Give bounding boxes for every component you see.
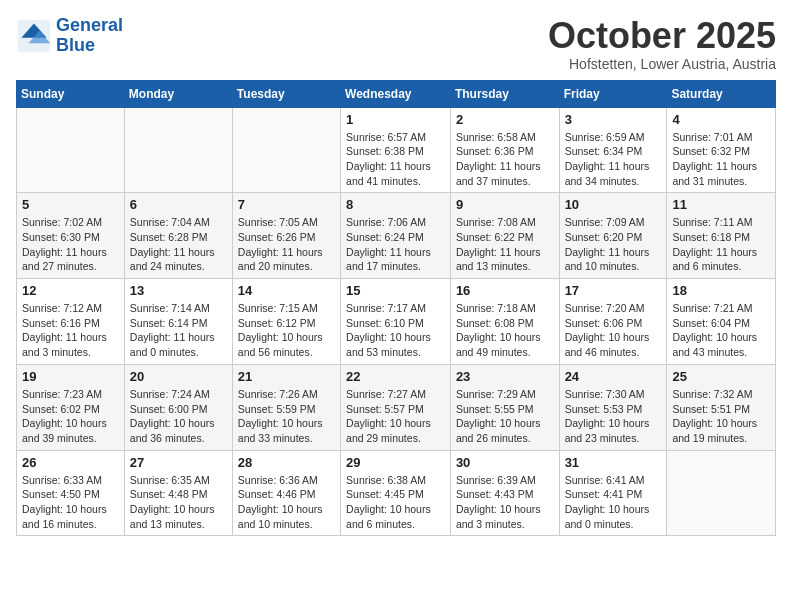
day-number: 30 [456,455,554,470]
day-number: 9 [456,197,554,212]
day-info: Sunrise: 6:39 AM Sunset: 4:43 PM Dayligh… [456,473,554,532]
calendar-cell: 21Sunrise: 7:26 AM Sunset: 5:59 PM Dayli… [232,364,340,450]
day-info: Sunrise: 7:02 AM Sunset: 6:30 PM Dayligh… [22,215,119,274]
calendar-cell: 19Sunrise: 7:23 AM Sunset: 6:02 PM Dayli… [17,364,125,450]
calendar-cell: 29Sunrise: 6:38 AM Sunset: 4:45 PM Dayli… [341,450,451,536]
calendar-cell: 1Sunrise: 6:57 AM Sunset: 6:38 PM Daylig… [341,107,451,193]
day-number: 23 [456,369,554,384]
day-number: 4 [672,112,770,127]
day-info: Sunrise: 7:18 AM Sunset: 6:08 PM Dayligh… [456,301,554,360]
day-info: Sunrise: 7:32 AM Sunset: 5:51 PM Dayligh… [672,387,770,446]
day-info: Sunrise: 7:01 AM Sunset: 6:32 PM Dayligh… [672,130,770,189]
calendar-cell: 27Sunrise: 6:35 AM Sunset: 4:48 PM Dayli… [124,450,232,536]
calendar-cell: 11Sunrise: 7:11 AM Sunset: 6:18 PM Dayli… [667,193,776,279]
calendar-cell: 8Sunrise: 7:06 AM Sunset: 6:24 PM Daylig… [341,193,451,279]
day-number: 5 [22,197,119,212]
day-info: Sunrise: 6:59 AM Sunset: 6:34 PM Dayligh… [565,130,662,189]
calendar-cell: 26Sunrise: 6:33 AM Sunset: 4:50 PM Dayli… [17,450,125,536]
weekday-header-row: SundayMondayTuesdayWednesdayThursdayFrid… [17,80,776,107]
day-number: 12 [22,283,119,298]
day-info: Sunrise: 7:30 AM Sunset: 5:53 PM Dayligh… [565,387,662,446]
calendar-cell: 7Sunrise: 7:05 AM Sunset: 6:26 PM Daylig… [232,193,340,279]
calendar-cell: 10Sunrise: 7:09 AM Sunset: 6:20 PM Dayli… [559,193,667,279]
weekday-header-monday: Monday [124,80,232,107]
day-number: 15 [346,283,445,298]
day-number: 22 [346,369,445,384]
day-info: Sunrise: 7:15 AM Sunset: 6:12 PM Dayligh… [238,301,335,360]
day-info: Sunrise: 7:24 AM Sunset: 6:00 PM Dayligh… [130,387,227,446]
calendar-cell: 23Sunrise: 7:29 AM Sunset: 5:55 PM Dayli… [450,364,559,450]
day-info: Sunrise: 6:41 AM Sunset: 4:41 PM Dayligh… [565,473,662,532]
day-number: 21 [238,369,335,384]
calendar-cell: 12Sunrise: 7:12 AM Sunset: 6:16 PM Dayli… [17,279,125,365]
day-info: Sunrise: 6:33 AM Sunset: 4:50 PM Dayligh… [22,473,119,532]
calendar-week-row: 1Sunrise: 6:57 AM Sunset: 6:38 PM Daylig… [17,107,776,193]
day-info: Sunrise: 7:17 AM Sunset: 6:10 PM Dayligh… [346,301,445,360]
calendar-week-row: 26Sunrise: 6:33 AM Sunset: 4:50 PM Dayli… [17,450,776,536]
calendar-cell: 20Sunrise: 7:24 AM Sunset: 6:00 PM Dayli… [124,364,232,450]
calendar-cell: 2Sunrise: 6:58 AM Sunset: 6:36 PM Daylig… [450,107,559,193]
day-number: 3 [565,112,662,127]
title-block: October 2025 Hofstetten, Lower Austria, … [548,16,776,72]
day-info: Sunrise: 7:21 AM Sunset: 6:04 PM Dayligh… [672,301,770,360]
day-number: 29 [346,455,445,470]
day-number: 11 [672,197,770,212]
day-info: Sunrise: 7:23 AM Sunset: 6:02 PM Dayligh… [22,387,119,446]
day-info: Sunrise: 7:26 AM Sunset: 5:59 PM Dayligh… [238,387,335,446]
day-info: Sunrise: 7:12 AM Sunset: 6:16 PM Dayligh… [22,301,119,360]
day-info: Sunrise: 6:58 AM Sunset: 6:36 PM Dayligh… [456,130,554,189]
day-number: 6 [130,197,227,212]
weekday-header-friday: Friday [559,80,667,107]
calendar-week-row: 5Sunrise: 7:02 AM Sunset: 6:30 PM Daylig… [17,193,776,279]
calendar-cell: 9Sunrise: 7:08 AM Sunset: 6:22 PM Daylig… [450,193,559,279]
calendar-cell: 30Sunrise: 6:39 AM Sunset: 4:43 PM Dayli… [450,450,559,536]
day-number: 18 [672,283,770,298]
day-info: Sunrise: 7:06 AM Sunset: 6:24 PM Dayligh… [346,215,445,274]
weekday-header-wednesday: Wednesday [341,80,451,107]
calendar-cell: 5Sunrise: 7:02 AM Sunset: 6:30 PM Daylig… [17,193,125,279]
day-info: Sunrise: 7:08 AM Sunset: 6:22 PM Dayligh… [456,215,554,274]
calendar-cell: 28Sunrise: 6:36 AM Sunset: 4:46 PM Dayli… [232,450,340,536]
day-number: 17 [565,283,662,298]
day-info: Sunrise: 7:05 AM Sunset: 6:26 PM Dayligh… [238,215,335,274]
calendar-week-row: 19Sunrise: 7:23 AM Sunset: 6:02 PM Dayli… [17,364,776,450]
day-number: 7 [238,197,335,212]
calendar-cell [232,107,340,193]
day-info: Sunrise: 7:14 AM Sunset: 6:14 PM Dayligh… [130,301,227,360]
logo-line1: General [56,15,123,35]
logo-line2: Blue [56,35,95,55]
day-number: 24 [565,369,662,384]
calendar-cell: 13Sunrise: 7:14 AM Sunset: 6:14 PM Dayli… [124,279,232,365]
day-number: 13 [130,283,227,298]
day-info: Sunrise: 7:09 AM Sunset: 6:20 PM Dayligh… [565,215,662,274]
calendar-cell: 4Sunrise: 7:01 AM Sunset: 6:32 PM Daylig… [667,107,776,193]
day-info: Sunrise: 7:27 AM Sunset: 5:57 PM Dayligh… [346,387,445,446]
day-number: 10 [565,197,662,212]
weekday-header-saturday: Saturday [667,80,776,107]
day-number: 26 [22,455,119,470]
calendar-cell: 15Sunrise: 7:17 AM Sunset: 6:10 PM Dayli… [341,279,451,365]
day-info: Sunrise: 6:57 AM Sunset: 6:38 PM Dayligh… [346,130,445,189]
calendar-cell: 31Sunrise: 6:41 AM Sunset: 4:41 PM Dayli… [559,450,667,536]
logo-icon [16,18,52,54]
day-info: Sunrise: 6:38 AM Sunset: 4:45 PM Dayligh… [346,473,445,532]
day-number: 25 [672,369,770,384]
day-info: Sunrise: 7:04 AM Sunset: 6:28 PM Dayligh… [130,215,227,274]
calendar-week-row: 12Sunrise: 7:12 AM Sunset: 6:16 PM Dayli… [17,279,776,365]
day-number: 31 [565,455,662,470]
day-number: 16 [456,283,554,298]
day-info: Sunrise: 7:20 AM Sunset: 6:06 PM Dayligh… [565,301,662,360]
calendar-cell: 14Sunrise: 7:15 AM Sunset: 6:12 PM Dayli… [232,279,340,365]
weekday-header-tuesday: Tuesday [232,80,340,107]
calendar-cell [667,450,776,536]
calendar-cell: 22Sunrise: 7:27 AM Sunset: 5:57 PM Dayli… [341,364,451,450]
day-info: Sunrise: 7:29 AM Sunset: 5:55 PM Dayligh… [456,387,554,446]
weekday-header-thursday: Thursday [450,80,559,107]
calendar-cell: 18Sunrise: 7:21 AM Sunset: 6:04 PM Dayli… [667,279,776,365]
page-header: General Blue October 2025 Hofstetten, Lo… [16,16,776,72]
calendar-cell [17,107,125,193]
day-number: 27 [130,455,227,470]
day-number: 2 [456,112,554,127]
day-info: Sunrise: 7:11 AM Sunset: 6:18 PM Dayligh… [672,215,770,274]
day-number: 1 [346,112,445,127]
